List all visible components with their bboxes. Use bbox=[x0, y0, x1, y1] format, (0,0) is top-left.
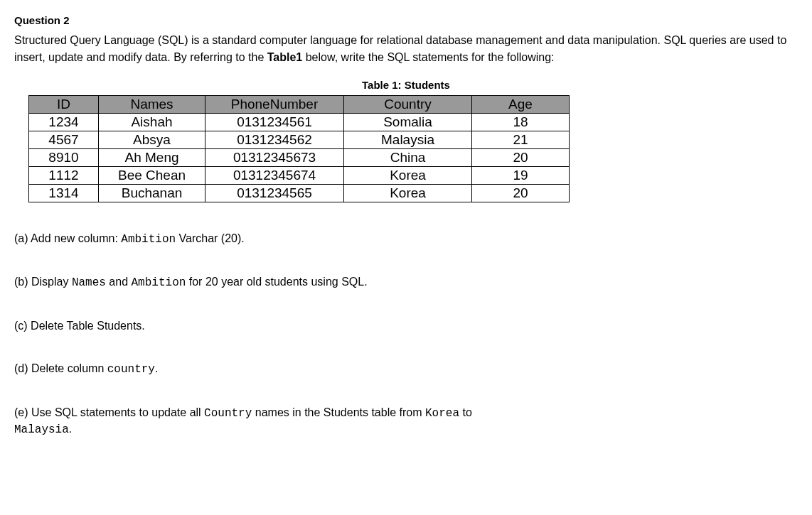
cell-phone: 01312345673 bbox=[205, 149, 344, 167]
header-age: Age bbox=[472, 96, 570, 114]
cell-country: Korea bbox=[344, 185, 472, 202]
cell-country: Somalia bbox=[344, 114, 472, 131]
sub-b-mono1: Names bbox=[72, 276, 106, 289]
intro-bold: Table1 bbox=[267, 51, 303, 63]
sub-a-mono: Ambition bbox=[121, 233, 176, 246]
sub-b-prefix: (b) Display bbox=[14, 276, 72, 288]
table-caption: Table 1: Students bbox=[14, 79, 798, 91]
table-row: 1112 Bee Chean 01312345674 Korea 19 bbox=[29, 167, 570, 185]
sub-b-mid1: and bbox=[106, 276, 132, 288]
cell-country: China bbox=[344, 149, 472, 167]
cell-country: Malaysia bbox=[344, 131, 472, 149]
sub-d-suffix: . bbox=[155, 362, 158, 374]
cell-age: 20 bbox=[472, 185, 570, 202]
cell-id: 1234 bbox=[29, 114, 99, 131]
cell-names: Ah Meng bbox=[99, 149, 205, 167]
header-names: Names bbox=[99, 96, 205, 114]
cell-names: Aishah bbox=[99, 114, 205, 131]
table-row: 1234 Aishah 0131234561 Somalia 18 bbox=[29, 114, 570, 131]
sub-e-mono1: Country bbox=[204, 407, 252, 420]
cell-age: 19 bbox=[472, 167, 570, 185]
students-table: ID Names PhoneNumber Country Age 1234 Ai… bbox=[28, 95, 570, 202]
sub-b-mono2: Ambition bbox=[132, 276, 186, 289]
sub-e-mono3: Malaysia bbox=[14, 423, 69, 436]
header-id: ID bbox=[29, 96, 99, 114]
header-phone: PhoneNumber bbox=[205, 96, 344, 114]
sub-question-c: (c) Delete Table Students. bbox=[14, 318, 798, 334]
question-header: Question 2 bbox=[14, 14, 798, 26]
table-header-row: ID Names PhoneNumber Country Age bbox=[29, 96, 570, 114]
cell-phone: 0131234562 bbox=[205, 131, 344, 149]
sub-a-suffix: Varchar (20). bbox=[176, 232, 245, 244]
cell-id: 1112 bbox=[29, 167, 99, 185]
cell-names: Absya bbox=[99, 131, 205, 149]
sub-question-e: (e) Use SQL statements to update all Cou… bbox=[14, 405, 798, 438]
sub-question-a: (a) Add new column: Ambition Varchar (20… bbox=[14, 231, 798, 247]
sub-question-d: (d) Delete column country. bbox=[14, 361, 798, 377]
table-row: 4567 Absya 0131234562 Malaysia 21 bbox=[29, 131, 570, 149]
cell-names: Bee Chean bbox=[99, 167, 205, 185]
cell-phone: 0131234565 bbox=[205, 185, 344, 202]
cell-names: Buchanan bbox=[99, 185, 205, 202]
header-country: Country bbox=[344, 96, 472, 114]
cell-age: 20 bbox=[472, 149, 570, 167]
cell-age: 21 bbox=[472, 131, 570, 149]
cell-country: Korea bbox=[344, 167, 472, 185]
sub-e-prefix: (e) Use SQL statements to update all bbox=[14, 406, 204, 418]
cell-id: 1314 bbox=[29, 185, 99, 202]
sub-b-suffix: for 20 year old students using SQL. bbox=[186, 276, 367, 288]
cell-phone: 01312345674 bbox=[205, 167, 344, 185]
sub-a-prefix: (a) Add new column: bbox=[14, 232, 121, 244]
sub-d-mono: country bbox=[107, 363, 155, 376]
sub-e-mid1: names in the Students table from bbox=[252, 406, 425, 418]
cell-age: 18 bbox=[472, 114, 570, 131]
sub-e-mid2: to bbox=[459, 406, 472, 418]
sub-e-suffix: . bbox=[69, 423, 72, 435]
sub-question-b: (b) Display Names and Ambition for 20 ye… bbox=[14, 274, 798, 291]
cell-id: 4567 bbox=[29, 131, 99, 149]
cell-id: 8910 bbox=[29, 149, 99, 167]
question-intro: Structured Query Language (SQL) is a sta… bbox=[14, 32, 798, 66]
cell-phone: 0131234561 bbox=[205, 114, 344, 131]
sub-c-text: (c) Delete Table Students. bbox=[14, 320, 145, 332]
table-row: 1314 Buchanan 0131234565 Korea 20 bbox=[29, 185, 570, 202]
sub-e-mono2: Korea bbox=[425, 407, 459, 420]
sub-d-prefix: (d) Delete column bbox=[14, 362, 107, 374]
intro-text-2: below, write the SQL statements for the … bbox=[302, 51, 554, 63]
table-body: 1234 Aishah 0131234561 Somalia 18 4567 A… bbox=[29, 114, 570, 202]
table-row: 8910 Ah Meng 01312345673 China 20 bbox=[29, 149, 570, 167]
